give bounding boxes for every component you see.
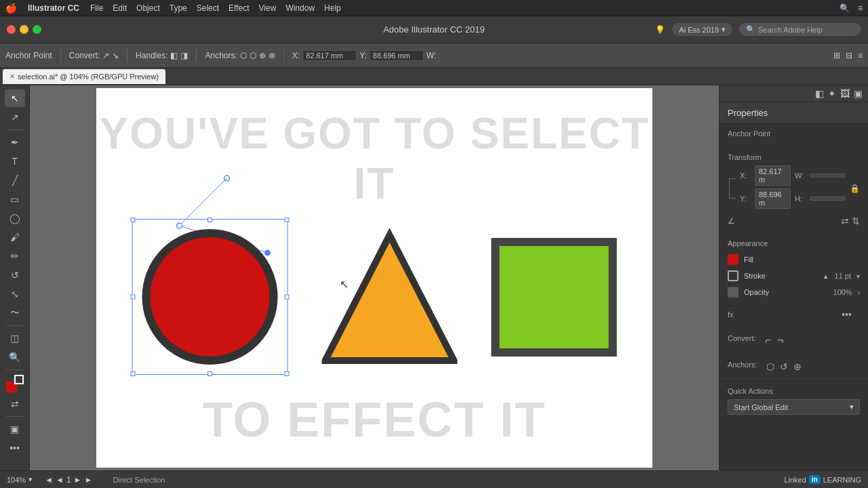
tool-swap[interactable]: ⇄ [5,395,25,413]
tool-artboard[interactable]: ▣ [5,420,25,438]
y-row: Y: 88.696 m H: [740,188,846,209]
tool-gradient[interactable]: ◫ [5,329,25,347]
minimize-button[interactable] [20,25,28,34]
flip-h-icon[interactable]: ⇄ [841,216,849,226]
tool-rotate[interactable]: ↺ [5,266,25,284]
start-global-edit-dropdown[interactable]: Start Global Edit ▾ [728,399,860,415]
tool-line[interactable]: ╱ [5,171,25,189]
stroke-swatch[interactable] [728,270,738,281]
tool-zoom[interactable]: 🔍 [5,348,25,366]
y-value[interactable]: 88.696 m [755,188,791,209]
tool-select[interactable]: ↖ [5,89,25,107]
handle-ml [131,295,136,300]
panel-artboard-icon[interactable]: ▣ [854,88,863,99]
panel-fx-icon[interactable]: ✦ [828,88,836,99]
y-input[interactable] [370,50,424,61]
zoom-control[interactable]: 104% ▾ [7,475,33,484]
stroke-value[interactable]: 11 pt [835,272,851,280]
arrange-icon[interactable]: ⊞ [833,51,840,60]
stroke-row: Stroke ▲ 11 pt ▾ [728,268,860,284]
anchor-icon-3[interactable]: ⊕ [793,361,802,372]
next-page-icon-2[interactable]: ► [85,475,93,485]
triangle-shape[interactable] [322,228,458,366]
tab-selection[interactable]: ✕ selection.ai* @ 104% (RGB/GPU Preview) [3,69,165,84]
x-input[interactable] [302,50,357,61]
anchor-icon-2[interactable]: ↺ [780,361,788,372]
menu-type[interactable]: Type [170,3,187,13]
tool-rect[interactable]: ▭ [5,190,25,208]
menu-effect[interactable]: Effect [229,3,249,13]
tab-title: selection.ai* @ 104% (RGB/GPU Preview) [18,73,159,81]
tool-ellipse[interactable]: ◯ [5,209,25,227]
menu-view[interactable]: View [259,3,277,13]
panel-layers-icon[interactable]: ◧ [815,88,824,99]
opacity-value[interactable]: 100% [833,288,852,296]
rectangle-shape[interactable] [492,238,617,357]
w-value[interactable] [810,174,846,178]
convert-icon-2[interactable]: ↘ [112,51,119,60]
tab-bar: ✕ selection.ai* @ 104% (RGB/GPU Preview) [0,68,868,85]
canvas-area[interactable]: YOU'VE GOT TO SELECT IT [30,85,719,470]
ai-ess-button[interactable]: Ai Ess 2019 ▾ [672,23,732,36]
handle-bl [131,371,136,376]
flip-v-icon[interactable]: ⇅ [852,216,860,226]
tool-text[interactable]: T [5,152,25,170]
more-icon[interactable]: ≡ [858,51,863,60]
tool-more[interactable]: ••• [5,439,25,457]
stroke-chevron-icon[interactable]: ▾ [856,272,860,280]
menu-file[interactable]: File [90,3,103,13]
tool-scale[interactable]: ⤡ [5,285,25,303]
menu-edit[interactable]: Edit [113,3,127,13]
apple-menu[interactable]: 🍎 [5,3,17,14]
circle-shape[interactable] [132,219,288,375]
maximize-button[interactable] [33,25,41,34]
convert-smooth-icon[interactable]: ¬ [777,334,783,346]
opacity-chevron-icon[interactable]: › [858,289,860,296]
tool-direct-select[interactable]: ↗ [5,108,25,126]
prev-page-icon-2[interactable]: ◄ [56,475,64,485]
tool-pen[interactable]: ✒ [5,134,25,151]
tool-warp[interactable]: 〜 [5,304,25,322]
stroke-up-icon[interactable]: ▲ [823,272,829,280]
tab-close-icon[interactable]: ✕ [9,73,15,80]
convert-icon-1[interactable]: ↗ [102,51,109,60]
anchors-icon-2[interactable]: ⬡ [250,51,256,60]
toolbar-left-sep-1 [6,129,24,130]
h-value[interactable] [810,197,846,201]
appearance-more-icon[interactable]: ••• [842,309,860,320]
handle-tr [285,218,290,222]
appearance-section: Appearance Fill Stroke ▲ 11 pt ▾ Opacity… [719,234,868,306]
menu-object[interactable]: Object [136,3,160,13]
menu-help[interactable]: Help [324,3,341,13]
handles-icon-2[interactable]: ◨ [180,51,188,60]
anchor-icon-1[interactable]: ⬡ [766,361,774,372]
handles-label: Handles: [136,51,167,60]
x-value[interactable]: 82.617 m [755,165,791,186]
convert-corner-icon[interactable]: ⌐ [766,334,772,346]
tool-brush[interactable]: 🖌 [5,228,25,246]
handles-group: Handles: ◧ ◨ [136,51,188,60]
menu-select[interactable]: Select [197,3,219,13]
tool-pencil[interactable]: ✏ [5,247,25,265]
anchors-icon-4[interactable]: ⊗ [269,51,275,60]
convert-label: Convert: [728,334,756,342]
menu-window[interactable]: Window [285,3,315,13]
anchors-icon-3[interactable]: ⊕ [259,51,266,60]
fill-swatch[interactable] [728,254,738,265]
handles-icon-1[interactable]: ◧ [170,51,178,60]
search-adobe-bar[interactable]: 🔍 Search Adobe Help [739,23,861,36]
toolbar-left-sep-4 [6,416,24,417]
toolbar-left-sep-2 [6,325,24,326]
prev-page-icon[interactable]: ◄ [45,475,53,485]
align-icon[interactable]: ⊟ [846,51,852,60]
toolbar: Anchor Point Convert: ↗ ↘ Handles: ◧ ◨ A… [0,43,868,68]
title-bar-right: 💡 Ai Ess 2019 ▾ 🔍 Search Adobe Help [655,23,861,36]
next-page-icon[interactable]: ► [74,475,82,485]
anchor-point-label: Anchor Point [5,51,52,60]
anchors-icon-1[interactable]: ⬡ [240,51,247,60]
close-button[interactable] [7,25,16,34]
panel-image-icon[interactable]: 🖼 [840,88,850,99]
lock-proportions-icon[interactable]: 🔒 [850,184,860,193]
zoom-chevron-icon: ▾ [28,475,33,484]
left-toolbar: ↖ ↗ ✒ T ╱ ▭ ◯ 🖌 ✏ ↺ ⤡ 〜 ◫ 🔍 ⇄ ▣ ••• [0,85,30,470]
